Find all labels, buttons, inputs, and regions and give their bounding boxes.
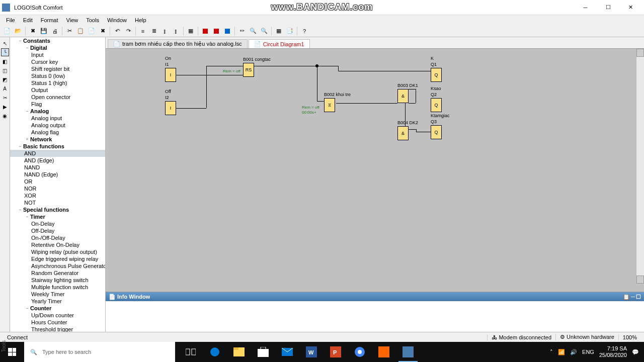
pencil-icon[interactable]: ✏ [237, 26, 247, 36]
tree-or[interactable]: OR [10, 178, 105, 185]
explorer-icon[interactable] [227, 342, 251, 362]
canvas[interactable]: On I1 I Off I2 I B001 congtac RS Rem = o… [106, 49, 644, 292]
tree-retentive[interactable]: Retentive On-Delay [10, 241, 105, 248]
tree-timer[interactable]: −Timer [10, 213, 105, 220]
taskview-icon[interactable] [179, 342, 202, 362]
close-button[interactable]: ✕ [619, 0, 642, 15]
tree-wiping[interactable]: Wiping relay (pulse output) [10, 248, 105, 255]
tree-on-delay[interactable]: On-Delay [10, 220, 105, 227]
tree-xor[interactable]: XOR [10, 192, 105, 199]
block-q2[interactable]: Ksao Q2 Q [431, 98, 442, 112]
word-icon[interactable]: W [300, 342, 323, 362]
tab-tram-bom[interactable]: 📄 tram bơm nhiều cấp theo tín hiệu vào a… [108, 39, 248, 48]
info-header[interactable]: 📄 Info Window 📋 ─ ☐ [106, 292, 644, 301]
close-doc-icon[interactable]: ✖ [28, 26, 38, 36]
tree-multiple-function[interactable]: Multiple function switch [10, 284, 105, 291]
menu-format[interactable]: Format [37, 16, 62, 24]
tree-shift-register-bit[interactable]: Shift register bit [10, 65, 105, 72]
tree-analog-input[interactable]: Analog input [10, 115, 105, 122]
cut-tool-icon[interactable]: ✂ [1, 94, 9, 102]
menu-view[interactable]: View [62, 16, 83, 24]
tray-notifications-icon[interactable]: 💬 [632, 349, 639, 355]
help-icon[interactable]: ? [299, 26, 309, 36]
tree-not[interactable]: NOT [10, 199, 105, 206]
download-icon[interactable] [200, 26, 210, 36]
tray-network-icon[interactable]: 📶 [558, 349, 565, 355]
bf-tool-icon[interactable]: ◫ [1, 66, 9, 74]
edge-icon[interactable] [203, 342, 226, 362]
sf-tool-icon[interactable]: ◩ [1, 75, 9, 83]
tree-hours[interactable]: Hours Counter [10, 319, 105, 326]
block-on[interactable]: On I1 I [165, 68, 176, 82]
menu-edit[interactable]: Edit [19, 16, 37, 24]
undo-icon[interactable]: ↶ [112, 26, 122, 36]
tree-onoff-delay[interactable]: On-/Off-Delay [10, 234, 105, 241]
taskbar-search[interactable]: 🔍 Type here to search [24, 342, 175, 362]
split2-icon[interactable]: ⫿ [171, 26, 181, 36]
paste-icon[interactable]: 📄 [87, 26, 97, 36]
block-q1[interactable]: K Q1 Q [431, 68, 442, 82]
powerpoint-icon[interactable]: P [324, 342, 347, 362]
connect-tool-icon[interactable]: ╰ [1, 48, 9, 56]
tree-cursor-key[interactable]: Cursor key [10, 58, 105, 65]
save-icon[interactable]: 💾 [39, 26, 49, 36]
delete-icon[interactable]: ✖ [98, 26, 108, 36]
info-min-icon[interactable]: ─ [631, 294, 635, 300]
align2-icon[interactable]: ≣ [149, 26, 159, 36]
block-b001[interactable]: B001 congtac RS Rem = off [243, 63, 254, 77]
tree-stairway[interactable]: Stairway lighting switch [10, 277, 105, 284]
tree-status0[interactable]: Status 0 (low) [10, 72, 105, 79]
split-icon[interactable]: ⫿ [160, 26, 170, 36]
transfer-icon[interactable] [222, 26, 232, 36]
menu-tools[interactable]: Tools [82, 16, 103, 24]
tree-flag[interactable]: Flag [10, 101, 105, 108]
menu-help[interactable]: Help [131, 16, 150, 24]
tree-yearly-timer[interactable]: Yearly Timer [10, 298, 105, 305]
upload-icon[interactable] [211, 26, 221, 36]
grid-icon[interactable]: ▦ [274, 26, 284, 36]
tree-input[interactable]: Input [10, 51, 105, 58]
tree-analog-flag[interactable]: Analog flag [10, 129, 105, 136]
tree-and[interactable]: AND [10, 150, 105, 157]
align-icon[interactable]: ≡ [138, 26, 148, 36]
menu-file[interactable]: File [2, 16, 19, 24]
cursor-tool-icon[interactable]: ↖ [1, 39, 9, 47]
maximize-button[interactable]: ☐ [597, 0, 619, 15]
tray-chevron-icon[interactable]: ˄ [550, 349, 553, 355]
tree-updown[interactable]: Up/Down counter [10, 312, 105, 319]
block-b002[interactable]: B002 khoi tre ⧖ Rem = off 00:00s+ [324, 98, 335, 112]
props-icon[interactable]: 📑 [285, 26, 295, 36]
tree-counter[interactable]: −Counter [10, 305, 105, 312]
cut-icon[interactable]: ✂ [64, 26, 74, 36]
tray-clock[interactable]: 7:19 SA 25/08/2020 [599, 345, 627, 358]
tray-volume-icon[interactable]: 🔊 [570, 349, 577, 355]
menu-window[interactable]: Window [103, 16, 131, 24]
online-tool-icon[interactable]: ◉ [1, 112, 9, 120]
block-b004[interactable]: B004 DK2 & [397, 126, 409, 140]
minimize-button[interactable]: ─ [574, 0, 597, 15]
tree-network[interactable]: +Network [10, 136, 105, 143]
tree-and-edge[interactable]: AND (Edge) [10, 157, 105, 164]
tree-off-delay[interactable]: Off-Delay [10, 227, 105, 234]
tree-nor[interactable]: NOR [10, 185, 105, 192]
vertical-scrollbar[interactable] [636, 49, 644, 284]
tree-nand-edge[interactable]: NAND (Edge) [10, 171, 105, 178]
store-icon[interactable] [252, 342, 275, 362]
open-icon[interactable]: 📂 [13, 26, 23, 36]
tree-output[interactable]: Output [10, 86, 105, 94]
co-tool-icon[interactable]: ◧ [1, 57, 9, 65]
block-q3[interactable]: Ktamgiac Q3 Q [431, 125, 442, 139]
logosoft-task-icon[interactable] [396, 342, 420, 362]
app-orange-icon[interactable] [372, 342, 395, 362]
zoomin-icon[interactable]: 🔍 [248, 26, 258, 36]
print-icon[interactable]: 🖨 [50, 26, 60, 36]
sim-tool-icon[interactable]: ▶ [1, 103, 9, 111]
tree-random[interactable]: Random Generator [10, 269, 105, 277]
tree-analog[interactable]: −Analog [10, 108, 105, 115]
new-icon[interactable]: 📄 [2, 26, 12, 36]
tree-special[interactable]: −Special functions [10, 206, 105, 213]
text-tool-icon[interactable]: A [1, 84, 9, 93]
layout-icon[interactable]: ▦ [186, 26, 196, 36]
tree-constants[interactable]: −Constants [10, 37, 105, 44]
block-off[interactable]: Off I2 I [165, 101, 176, 115]
